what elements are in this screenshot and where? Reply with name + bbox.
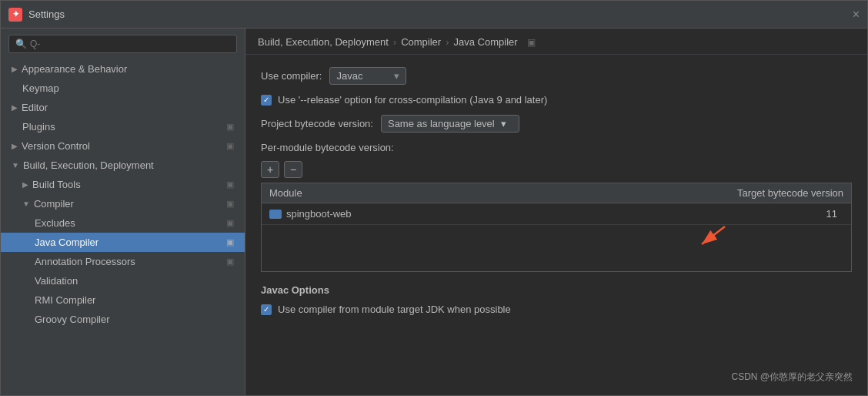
sidebar-item-excludes[interactable]: Excludes ▣: [1, 213, 245, 233]
settings-icon: ▣: [226, 218, 234, 228]
window-title: Settings: [28, 8, 65, 20]
main-panel: Build, Execution, Deployment › Compiler …: [245, 29, 867, 395]
breadcrumb-sep-1: ›: [393, 36, 396, 48]
release-option-row: ✓ Use '--release' option for cross-compi…: [261, 94, 852, 106]
per-module-label: Per-module bytecode version:: [261, 142, 852, 153]
breadcrumb-part-1: Build, Execution, Deployment: [258, 36, 389, 48]
sidebar-item-label: Excludes: [35, 217, 75, 229]
breadcrumb-part-3: Java Compiler: [454, 36, 518, 48]
sidebar-item-plugins[interactable]: Plugins ▣: [1, 117, 245, 136]
sidebar-item-label: Java Compiler: [35, 237, 98, 248]
sidebar-item-java-compiler[interactable]: Java Compiler ▣: [1, 233, 245, 252]
settings-window: ✦ Settings × 🔍 ▶ Appearance & Behavior K…: [0, 0, 868, 396]
module-table: Module Target bytecode version spingboot…: [261, 183, 852, 272]
breadcrumb: Build, Execution, Deployment › Compiler …: [245, 29, 867, 55]
compiler-value: Javac: [336, 70, 362, 82]
dropdown-arrow-icon: ▾: [394, 70, 399, 82]
module-icon: [269, 210, 282, 219]
settings-icon: ▣: [226, 180, 234, 190]
sidebar-item-annotation-processors[interactable]: Annotation Processors ▣: [1, 252, 245, 271]
module-toolbar: + −: [261, 161, 852, 178]
sidebar-item-build-execution[interactable]: ▼ Build, Execution, Deployment: [1, 156, 245, 175]
expand-arrow: ▼: [12, 161, 19, 169]
sidebar-item-label: Keymap: [22, 82, 59, 94]
version-value: 11: [826, 208, 837, 220]
sidebar-item-label: Plugins: [22, 121, 55, 133]
annotation-arrow: [694, 223, 733, 256]
sidebar-item-label: Validation: [35, 275, 78, 287]
add-module-button[interactable]: +: [261, 161, 279, 178]
bytecode-version-label: Project bytecode version:: [261, 118, 373, 129]
sidebar-item-version-control[interactable]: ▶ Version Control ▣: [1, 136, 245, 156]
sidebar: 🔍 ▶ Appearance & Behavior Keymap ▶ Edito…: [1, 29, 245, 395]
javac-checkbox-label: Use compiler from module target JDK when…: [278, 304, 511, 315]
svg-line-1: [702, 227, 725, 244]
sidebar-item-editor[interactable]: ▶ Editor: [1, 98, 245, 117]
sidebar-item-compiler[interactable]: ▼ Compiler ▣: [1, 194, 245, 213]
table-header: Module Target bytecode version: [262, 183, 851, 203]
breadcrumb-sep-2: ›: [446, 36, 449, 48]
table-row[interactable]: spingboot-web 11: [262, 203, 851, 225]
settings-icon: ▣: [527, 37, 536, 48]
javac-options-title: Javac Options: [261, 284, 852, 296]
bytecode-version-value: Same as language level: [388, 118, 495, 129]
module-cell: spingboot-web: [269, 208, 705, 220]
search-box[interactable]: 🔍: [8, 35, 237, 53]
settings-icon: ▣: [226, 141, 234, 151]
sidebar-item-label: RMI Compiler: [35, 294, 95, 306]
settings-icon: ▣: [226, 237, 234, 247]
close-button[interactable]: ×: [853, 8, 860, 22]
title-bar: ✦ Settings ×: [1, 1, 867, 29]
javac-checkbox[interactable]: ✓: [261, 304, 272, 315]
sidebar-item-appearance[interactable]: ▶ Appearance & Behavior: [1, 59, 245, 79]
main-content: 🔍 ▶ Appearance & Behavior Keymap ▶ Edito…: [1, 29, 867, 395]
module-table-container: Module Target bytecode version spingboot…: [261, 183, 852, 272]
search-icon: 🔍: [15, 39, 27, 49]
release-checkbox-label: Use '--release' option for cross-compila…: [278, 94, 547, 106]
app-icon: ✦: [8, 8, 22, 22]
module-name: spingboot-web: [286, 208, 352, 220]
expand-arrow: ▶: [12, 103, 18, 112]
use-compiler-row: Use compiler: Javac ▾: [261, 67, 852, 85]
sidebar-item-label: Version Control: [22, 140, 90, 152]
sidebar-item-label: Build Tools: [32, 179, 81, 190]
sidebar-item-label: Compiler: [34, 198, 74, 210]
expand-arrow: ▶: [12, 142, 18, 150]
sidebar-item-label: Build, Execution, Deployment: [23, 159, 154, 171]
sidebar-item-groovy-compiler[interactable]: Groovy Compiler: [1, 310, 245, 329]
version-cell: 11: [705, 208, 843, 220]
col-module-header: Module: [269, 187, 705, 199]
sidebar-item-label: Groovy Compiler: [35, 314, 110, 325]
sidebar-item-label: Annotation Processors: [35, 256, 135, 267]
col-version-header: Target bytecode version: [705, 187, 843, 199]
sidebar-item-label: Editor: [22, 102, 48, 113]
javac-checkbox-row: ✓ Use compiler from module target JDK wh…: [261, 304, 852, 315]
settings-icon: ▣: [226, 122, 234, 132]
bytecode-version-select[interactable]: Same as language level ▾: [381, 115, 519, 133]
compiler-select[interactable]: Javac ▾: [329, 67, 406, 85]
sidebar-item-build-tools[interactable]: ▶ Build Tools ▣: [1, 175, 245, 194]
panel-content: Use compiler: Javac ▾ ✓ Use '--release' …: [245, 55, 867, 395]
settings-icon: ▣: [226, 257, 234, 267]
breadcrumb-part-2: Compiler: [401, 36, 441, 48]
table-empty-area: [262, 225, 851, 271]
bytecode-version-row: Project bytecode version: Same as langua…: [261, 115, 852, 133]
search-input[interactable]: [30, 39, 230, 49]
expand-arrow: ▼: [22, 200, 30, 208]
release-checkbox[interactable]: ✓: [261, 95, 272, 106]
javac-options-section: Javac Options ✓ Use compiler from module…: [261, 284, 852, 315]
sidebar-item-label: Appearance & Behavior: [22, 63, 127, 75]
use-compiler-label: Use compiler:: [261, 70, 322, 82]
expand-arrow: ▶: [22, 180, 28, 189]
remove-module-button[interactable]: −: [284, 161, 302, 178]
sidebar-item-validation[interactable]: Validation: [1, 271, 245, 290]
expand-arrow: ▶: [12, 65, 18, 73]
sidebar-tree: ▶ Appearance & Behavior Keymap ▶ Editor …: [1, 59, 245, 395]
settings-icon: ▣: [226, 199, 234, 209]
sidebar-item-keymap[interactable]: Keymap: [1, 79, 245, 98]
dropdown-arrow-icon: ▾: [501, 118, 506, 129]
sidebar-item-rmi-compiler[interactable]: RMI Compiler: [1, 290, 245, 310]
